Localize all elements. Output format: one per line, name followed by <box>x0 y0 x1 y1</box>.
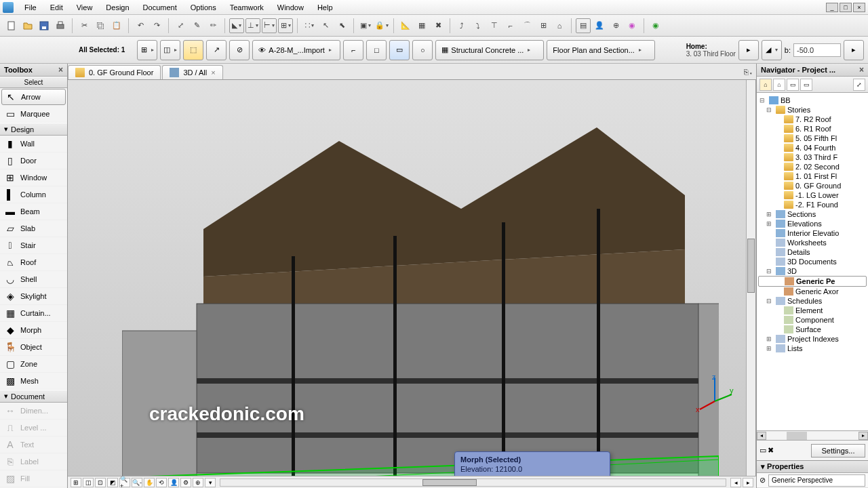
guide-tool-3-icon[interactable]: ⊢▾ <box>262 18 277 33</box>
grid-icon[interactable]: ⸬▾ <box>302 18 317 33</box>
record-icon[interactable]: ◉ <box>648 18 663 33</box>
layer-btn-3[interactable]: ⬚ <box>183 40 203 60</box>
layer-btn-4[interactable]: ↗ <box>206 40 226 60</box>
cut-icon[interactable]: ✂ <box>77 18 92 33</box>
menu-design[interactable]: Design <box>99 1 136 14</box>
tree-story[interactable]: 5. 05 Fifth Fl <box>758 134 867 143</box>
tool-text[interactable]: AText <box>0 436 67 453</box>
tool-label[interactable]: ⎘Label <box>0 453 67 470</box>
tree-proj-idx[interactable]: ⊞Project Indexes <box>758 334 867 344</box>
tree-elevations[interactable]: ⊞Elevations <box>758 219 867 228</box>
tab-close-icon[interactable]: × <box>211 68 215 77</box>
group-icon[interactable]: ▣▾ <box>358 18 373 33</box>
lock-icon[interactable]: 🔒▾ <box>374 18 389 33</box>
viewport-canvas[interactable]: Morph (Selected) Elevation: 12100.0 Laye… <box>68 80 756 476</box>
navigator-hscroll[interactable]: ◂▸ <box>757 430 868 440</box>
properties-title[interactable]: ▾ Properties <box>757 461 868 473</box>
tool-level[interactable]: ⎍Level ... <box>0 420 67 436</box>
menu-document[interactable]: Document <box>136 1 184 14</box>
nav-popup-icon[interactable]: ⤢ <box>853 79 865 91</box>
horizontal-scrollbar[interactable] <box>220 479 726 487</box>
status-icon[interactable]: ⊞ <box>71 478 81 487</box>
new-file-icon[interactable] <box>4 18 19 33</box>
copy-icon[interactable]: ⿻ <box>93 18 108 33</box>
nav-view-icon[interactable]: ⌂ <box>773 79 785 91</box>
status-icon[interactable]: ⊕ <box>193 478 203 487</box>
open-file-icon[interactable] <box>20 18 35 33</box>
tool-marquee[interactable]: ▭Marquee <box>0 106 67 123</box>
nav-publisher-icon[interactable]: ▭ <box>800 79 812 91</box>
inject-icon[interactable]: ✏ <box>205 18 220 33</box>
print-icon[interactable] <box>53 18 68 33</box>
toolbox-design-header[interactable]: ▾Design <box>0 123 67 136</box>
menu-file[interactable]: File <box>18 1 43 14</box>
menu-window[interactable]: Window <box>271 1 311 14</box>
tree-story[interactable]: 7. R2 Roof <box>758 115 867 124</box>
status-icon[interactable]: ◫ <box>83 478 94 487</box>
tool-window[interactable]: ⊞Window <box>0 169 67 186</box>
b-input[interactable] <box>793 43 841 57</box>
status-icon[interactable]: ⚙ <box>180 478 191 487</box>
status-icon[interactable]: ⊡ <box>95 478 106 487</box>
menu-options[interactable]: Options <box>184 1 223 14</box>
tree-generic-axo[interactable]: Generic Axor <box>758 287 867 296</box>
tool-curtain[interactable]: ▦Curtain... <box>0 305 67 322</box>
view-icon-3[interactable]: ⊕ <box>608 18 623 33</box>
angle-icon[interactable]: ◢▾ <box>762 40 782 60</box>
tree-story[interactable]: 1. 01 First Fl <box>758 171 867 181</box>
tree-story[interactable]: -2. F1 Found <box>758 200 867 209</box>
tree-story[interactable]: -1. LG Lower <box>758 190 867 200</box>
tree-sections[interactable]: ⊞Sections <box>758 209 867 219</box>
view-icon-2[interactable]: 👤 <box>592 18 607 33</box>
tree-interior[interactable]: Interior Elevatio <box>758 228 867 238</box>
geom-2-icon[interactable]: □ <box>366 40 387 60</box>
tree-details[interactable]: Details <box>758 247 867 257</box>
paste-icon[interactable]: 📋 <box>109 18 124 33</box>
tool-morph[interactable]: ◆Morph <box>0 322 67 339</box>
nav-layout-icon[interactable]: ▭ <box>787 79 799 91</box>
tree-story[interactable]: 0. GF Ground <box>758 181 867 190</box>
tree-3d[interactable]: ⊟3D <box>758 266 867 276</box>
tree-story[interactable]: 4. 04 Fourth <box>758 143 867 152</box>
tool-beam[interactable]: ▬Beam <box>0 203 67 220</box>
layer-btn-1[interactable]: ⊞▸ <box>137 40 157 60</box>
tool-skylight[interactable]: ◈Skylight <box>0 288 67 305</box>
cursor-icon[interactable]: ⬉ <box>334 18 349 33</box>
story-go-icon[interactable]: ▸ <box>738 40 759 60</box>
guide-tool-2-icon[interactable]: ⊥▾ <box>245 18 260 33</box>
delete-icon[interactable]: ✖ <box>431 18 446 33</box>
tool-column[interactable]: ▌Column <box>0 186 67 203</box>
b-go-icon[interactable]: ▸ <box>844 40 864 60</box>
tab-ground-floor[interactable]: 0. GF Ground Floor <box>68 65 161 79</box>
tool-zone[interactable]: ▢Zone <box>0 356 67 373</box>
trace-icon[interactable]: ▦ <box>414 18 429 33</box>
tree-story[interactable]: 3. 03 Third F <box>758 152 867 162</box>
toolbox-document-header[interactable]: ▾Document <box>0 390 67 403</box>
tool-shell[interactable]: ◡Shell <box>0 271 67 288</box>
properties-value-input[interactable] <box>768 474 865 487</box>
tool-stair[interactable]: 𓊍Stair <box>0 237 67 254</box>
tree-sched-item[interactable]: Component <box>758 315 867 325</box>
tree-story[interactable]: 6. R1 Roof <box>758 124 867 134</box>
tool-roof[interactable]: ⏢Roof <box>0 254 67 271</box>
menu-view[interactable]: View <box>70 1 100 14</box>
snap-icon[interactable]: ⊞▾ <box>278 18 293 33</box>
status-icon[interactable]: 🔍- <box>132 478 142 487</box>
arrow-tool-icon[interactable]: ↖ <box>318 18 333 33</box>
tool-wall[interactable]: ▮Wall <box>0 136 67 152</box>
tree-lists[interactable]: ⊞Lists <box>758 344 867 353</box>
edit-icon-2[interactable]: ⤵ <box>471 18 486 33</box>
navigator-close-icon[interactable]: × <box>859 65 864 75</box>
edit-icon-6[interactable]: ⊞ <box>536 18 551 33</box>
tool-mesh[interactable]: ▩Mesh <box>0 373 67 390</box>
edit-icon-4[interactable]: ⌐ <box>503 18 518 33</box>
nav-delete-icon[interactable]: ✖ <box>768 446 774 455</box>
tabs-menu-icon[interactable]: ⎘▾ <box>741 64 756 79</box>
eyedropper-icon[interactable]: ✎ <box>189 18 204 33</box>
measure-icon[interactable]: 📐 <box>398 18 413 33</box>
toolbox-close-icon[interactable]: × <box>58 65 63 75</box>
status-icon[interactable]: ✋ <box>144 478 155 487</box>
view-icon-1[interactable]: ▤ <box>576 18 591 33</box>
edit-icon-5[interactable]: ⌒ <box>519 18 534 33</box>
edit-icon-1[interactable]: ⤴ <box>454 18 469 33</box>
